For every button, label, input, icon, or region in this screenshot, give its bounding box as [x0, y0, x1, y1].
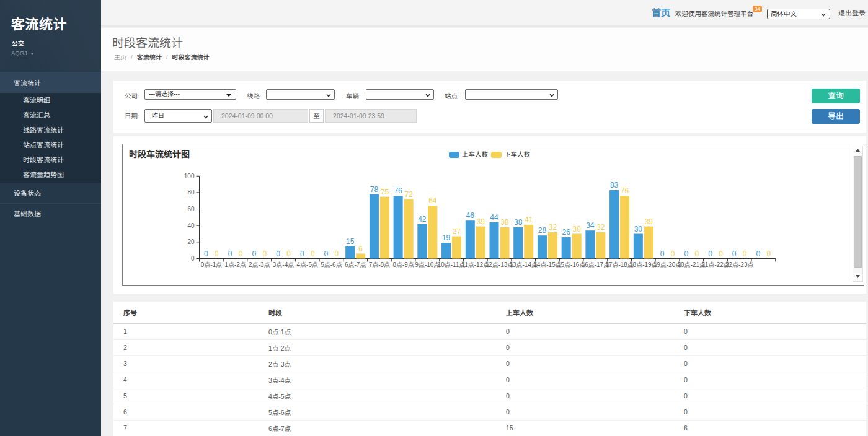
svg-text:0: 0 [684, 250, 688, 258]
svg-text:6点-7点: 6点-7点 [345, 261, 366, 268]
svg-text:72: 72 [404, 190, 413, 199]
svg-text:40: 40 [187, 222, 195, 229]
svg-text:0: 0 [252, 250, 256, 258]
svg-text:32: 32 [549, 223, 557, 232]
svg-text:7点-8点: 7点-8点 [369, 261, 390, 268]
svg-text:46: 46 [466, 211, 475, 220]
svg-text:0: 0 [300, 250, 304, 258]
svg-text:1点-2点: 1点-2点 [224, 261, 246, 268]
svg-text:0: 0 [276, 250, 280, 258]
svg-text:64: 64 [428, 196, 437, 205]
svg-text:19: 19 [442, 233, 451, 242]
svg-text:78: 78 [370, 185, 379, 194]
svg-text:0: 0 [671, 250, 675, 258]
svg-text:100: 100 [184, 173, 195, 180]
svg-text:30: 30 [634, 225, 643, 233]
svg-text:0: 0 [228, 250, 232, 258]
svg-text:44: 44 [490, 213, 498, 222]
svg-text:41: 41 [525, 216, 533, 224]
svg-text:0: 0 [719, 250, 723, 258]
svg-text:0: 0 [743, 250, 747, 258]
svg-text:0: 0 [286, 250, 291, 258]
svg-text:20: 20 [187, 238, 195, 245]
svg-text:0: 0 [311, 250, 315, 258]
svg-text:9点-10点: 9点-10点 [415, 261, 440, 268]
svg-text:15: 15 [346, 237, 355, 246]
svg-text:4点-5点: 4点-5点 [297, 261, 318, 268]
svg-text:0: 0 [324, 250, 329, 258]
svg-text:60: 60 [187, 206, 195, 212]
svg-text:0: 0 [732, 250, 737, 258]
svg-text:8点-9点: 8点-9点 [392, 261, 414, 268]
svg-text:0: 0 [204, 250, 208, 258]
svg-text:0: 0 [756, 250, 761, 258]
svg-text:30: 30 [572, 225, 581, 233]
svg-text:3点-4点: 3点-4点 [273, 261, 294, 268]
svg-text:38: 38 [500, 218, 509, 227]
svg-text:0点-1点: 0点-1点 [201, 261, 222, 268]
svg-text:0: 0 [767, 250, 771, 258]
svg-text:0: 0 [191, 255, 195, 262]
svg-text:0: 0 [262, 250, 267, 258]
svg-text:42: 42 [418, 215, 427, 224]
svg-text:5点-6点: 5点-6点 [321, 261, 342, 268]
svg-text:38: 38 [514, 218, 523, 227]
svg-text:0: 0 [239, 250, 243, 258]
svg-text:80: 80 [187, 189, 195, 196]
svg-text:83: 83 [610, 181, 619, 190]
svg-text:75: 75 [381, 188, 389, 196]
svg-text:39: 39 [477, 217, 485, 226]
svg-text:6: 6 [358, 245, 363, 253]
svg-text:0: 0 [708, 250, 712, 258]
svg-text:0: 0 [660, 250, 665, 258]
svg-text:0: 0 [694, 250, 699, 258]
svg-text:2点-3点: 2点-3点 [249, 261, 270, 268]
svg-text:76: 76 [394, 186, 402, 195]
svg-text:0: 0 [335, 250, 339, 258]
svg-text:34: 34 [586, 221, 595, 230]
svg-text:28: 28 [538, 226, 547, 235]
svg-text:27: 27 [453, 227, 461, 236]
svg-text:0: 0 [215, 250, 219, 258]
svg-text:26: 26 [562, 228, 570, 237]
svg-text:39: 39 [645, 217, 653, 226]
svg-text:76: 76 [621, 186, 629, 195]
svg-text:22点-23点: 22点-23点 [725, 261, 754, 268]
svg-text:32: 32 [596, 223, 605, 232]
